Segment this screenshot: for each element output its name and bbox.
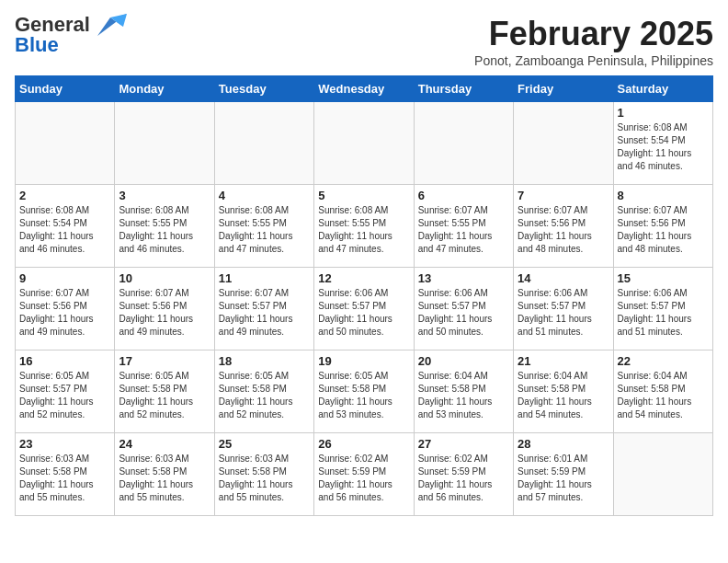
day-number: 8	[618, 189, 709, 202]
day-info: Sunrise: 6:07 AM Sunset: 5:56 PM Dayligh…	[518, 204, 609, 256]
day-of-week-header: Saturday	[613, 76, 712, 102]
calendar-day-cell: 15Sunrise: 6:06 AM Sunset: 5:57 PM Dayli…	[613, 268, 712, 350]
calendar-day-cell: 5Sunrise: 6:08 AM Sunset: 5:55 PM Daylig…	[314, 185, 414, 268]
day-number: 9	[19, 271, 110, 285]
day-info: Sunrise: 6:04 AM Sunset: 5:58 PM Dayligh…	[418, 370, 509, 421]
calendar-day-cell: 1Sunrise: 6:08 AM Sunset: 5:54 PM Daylig…	[613, 102, 712, 185]
day-of-week-header: Tuesday	[214, 76, 313, 102]
day-number: 10	[119, 271, 210, 285]
day-info: Sunrise: 6:07 AM Sunset: 5:56 PM Dayligh…	[119, 287, 210, 339]
calendar-week-row: 2Sunrise: 6:08 AM Sunset: 5:54 PM Daylig…	[16, 185, 713, 268]
calendar-day-cell: 11Sunrise: 6:07 AM Sunset: 5:57 PM Dayli…	[214, 268, 313, 350]
page-header: General Blue February 2025 Ponot, Zamboa…	[15, 15, 713, 68]
day-number: 5	[318, 189, 409, 202]
calendar-day-cell: 9Sunrise: 6:07 AM Sunset: 5:56 PM Daylig…	[16, 268, 115, 350]
calendar-day-cell: 21Sunrise: 6:04 AM Sunset: 5:58 PM Dayli…	[514, 350, 613, 433]
day-info: Sunrise: 6:06 AM Sunset: 5:57 PM Dayligh…	[418, 287, 509, 339]
calendar-day-cell: 19Sunrise: 6:05 AM Sunset: 5:58 PM Dayli…	[314, 350, 414, 433]
calendar-day-cell: 20Sunrise: 6:04 AM Sunset: 5:58 PM Dayli…	[414, 350, 513, 433]
logo-icon	[94, 10, 127, 43]
calendar-day-cell: 4Sunrise: 6:08 AM Sunset: 5:55 PM Daylig…	[214, 185, 313, 268]
logo-text: General Blue	[15, 15, 90, 55]
calendar-week-row: 16Sunrise: 6:05 AM Sunset: 5:57 PM Dayli…	[16, 350, 713, 433]
day-number: 12	[318, 271, 409, 285]
day-number: 19	[318, 354, 409, 368]
day-number: 27	[418, 437, 509, 451]
day-info: Sunrise: 6:03 AM Sunset: 5:58 PM Dayligh…	[219, 453, 310, 504]
day-number: 26	[318, 437, 409, 451]
calendar-empty-cell	[115, 102, 214, 185]
day-number: 1	[618, 106, 709, 120]
day-info: Sunrise: 6:05 AM Sunset: 5:58 PM Dayligh…	[219, 370, 310, 421]
day-number: 14	[518, 271, 609, 285]
day-number: 28	[518, 437, 609, 451]
day-number: 22	[618, 354, 709, 368]
day-info: Sunrise: 6:02 AM Sunset: 5:59 PM Dayligh…	[318, 453, 409, 504]
day-of-week-header: Monday	[115, 76, 214, 102]
day-info: Sunrise: 6:03 AM Sunset: 5:58 PM Dayligh…	[119, 453, 210, 504]
day-number: 2	[19, 189, 110, 202]
day-info: Sunrise: 6:08 AM Sunset: 5:54 PM Dayligh…	[19, 204, 110, 256]
day-number: 16	[19, 354, 110, 368]
calendar-day-cell: 28Sunrise: 6:01 AM Sunset: 5:59 PM Dayli…	[514, 433, 613, 516]
calendar-empty-cell	[414, 102, 513, 185]
calendar-day-cell: 25Sunrise: 6:03 AM Sunset: 5:58 PM Dayli…	[214, 433, 313, 516]
day-info: Sunrise: 6:01 AM Sunset: 5:59 PM Dayligh…	[518, 453, 609, 504]
day-info: Sunrise: 6:04 AM Sunset: 5:58 PM Dayligh…	[618, 370, 709, 421]
calendar-day-cell: 12Sunrise: 6:06 AM Sunset: 5:57 PM Dayli…	[314, 268, 414, 350]
day-number: 25	[219, 437, 310, 451]
calendar-day-cell: 10Sunrise: 6:07 AM Sunset: 5:56 PM Dayli…	[115, 268, 214, 350]
day-info: Sunrise: 6:07 AM Sunset: 5:57 PM Dayligh…	[219, 287, 310, 339]
day-number: 21	[518, 354, 609, 368]
logo: General Blue	[15, 15, 127, 55]
day-number: 20	[418, 354, 509, 368]
calendar-day-cell: 8Sunrise: 6:07 AM Sunset: 5:56 PM Daylig…	[613, 185, 712, 268]
day-number: 17	[119, 354, 210, 368]
day-number: 23	[19, 437, 110, 451]
calendar-day-cell: 22Sunrise: 6:04 AM Sunset: 5:58 PM Dayli…	[613, 350, 712, 433]
day-number: 7	[518, 189, 609, 202]
day-of-week-header: Thursday	[414, 76, 513, 102]
day-info: Sunrise: 6:08 AM Sunset: 5:55 PM Dayligh…	[119, 204, 210, 256]
day-info: Sunrise: 6:06 AM Sunset: 5:57 PM Dayligh…	[318, 287, 409, 339]
calendar-day-cell: 2Sunrise: 6:08 AM Sunset: 5:54 PM Daylig…	[16, 185, 115, 268]
calendar-day-cell: 18Sunrise: 6:05 AM Sunset: 5:58 PM Dayli…	[214, 350, 313, 433]
subtitle: Ponot, Zamboanga Peninsula, Philippines	[474, 53, 713, 68]
day-info: Sunrise: 6:08 AM Sunset: 5:54 PM Dayligh…	[618, 121, 709, 173]
day-info: Sunrise: 6:07 AM Sunset: 5:56 PM Dayligh…	[618, 204, 709, 256]
day-of-week-header: Wednesday	[314, 76, 414, 102]
calendar-empty-cell	[314, 102, 414, 185]
day-number: 6	[418, 189, 509, 202]
calendar-empty-cell	[514, 102, 613, 185]
day-info: Sunrise: 6:08 AM Sunset: 5:55 PM Dayligh…	[318, 204, 409, 256]
calendar-week-row: 9Sunrise: 6:07 AM Sunset: 5:56 PM Daylig…	[16, 268, 713, 350]
calendar-day-cell: 23Sunrise: 6:03 AM Sunset: 5:58 PM Dayli…	[16, 433, 115, 516]
day-number: 11	[219, 271, 310, 285]
calendar-day-cell: 26Sunrise: 6:02 AM Sunset: 5:59 PM Dayli…	[314, 433, 414, 516]
calendar-week-row: 23Sunrise: 6:03 AM Sunset: 5:58 PM Dayli…	[16, 433, 713, 516]
day-info: Sunrise: 6:04 AM Sunset: 5:58 PM Dayligh…	[518, 370, 609, 421]
day-number: 15	[618, 271, 709, 285]
day-number: 24	[119, 437, 210, 451]
day-info: Sunrise: 6:05 AM Sunset: 5:58 PM Dayligh…	[119, 370, 210, 421]
calendar-empty-cell	[214, 102, 313, 185]
day-number: 3	[119, 189, 210, 202]
day-info: Sunrise: 6:05 AM Sunset: 5:58 PM Dayligh…	[318, 370, 409, 421]
calendar-day-cell: 16Sunrise: 6:05 AM Sunset: 5:57 PM Dayli…	[16, 350, 115, 433]
calendar-empty-cell	[613, 433, 712, 516]
calendar-day-cell: 14Sunrise: 6:06 AM Sunset: 5:57 PM Dayli…	[514, 268, 613, 350]
calendar-day-cell: 27Sunrise: 6:02 AM Sunset: 5:59 PM Dayli…	[414, 433, 513, 516]
day-info: Sunrise: 6:03 AM Sunset: 5:58 PM Dayligh…	[19, 453, 110, 504]
day-number: 4	[219, 189, 310, 202]
day-info: Sunrise: 6:05 AM Sunset: 5:57 PM Dayligh…	[19, 370, 110, 421]
day-info: Sunrise: 6:06 AM Sunset: 5:57 PM Dayligh…	[618, 287, 709, 339]
calendar-day-cell: 13Sunrise: 6:06 AM Sunset: 5:57 PM Dayli…	[414, 268, 513, 350]
day-info: Sunrise: 6:06 AM Sunset: 5:57 PM Dayligh…	[518, 287, 609, 339]
calendar-header-row: SundayMondayTuesdayWednesdayThursdayFrid…	[16, 76, 713, 102]
day-of-week-header: Sunday	[16, 76, 115, 102]
day-number: 13	[418, 271, 509, 285]
calendar-day-cell: 6Sunrise: 6:07 AM Sunset: 5:55 PM Daylig…	[414, 185, 513, 268]
main-title: February 2025	[474, 15, 713, 53]
calendar-day-cell: 17Sunrise: 6:05 AM Sunset: 5:58 PM Dayli…	[115, 350, 214, 433]
calendar-day-cell: 24Sunrise: 6:03 AM Sunset: 5:58 PM Dayli…	[115, 433, 214, 516]
